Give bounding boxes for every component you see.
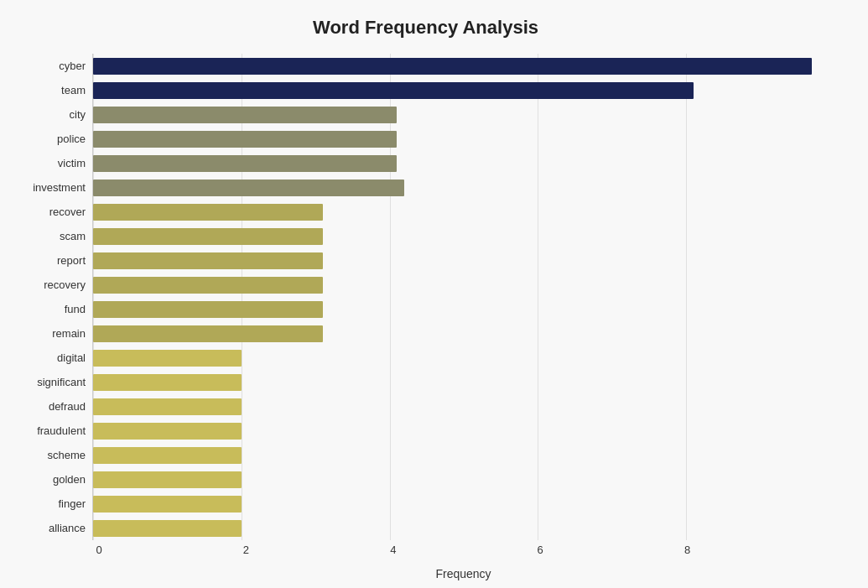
x-axis-label: Frequency (92, 567, 834, 580)
bar (93, 350, 242, 367)
bar (93, 252, 323, 269)
bar-row (93, 128, 834, 150)
y-labels: cyberteamcitypolicevictiminvestmentrecov… (17, 54, 92, 540)
y-label: scheme (47, 445, 86, 466)
bar (93, 277, 323, 294)
y-label: investment (33, 177, 86, 199)
bar (93, 520, 242, 537)
bar (93, 131, 397, 148)
bar (93, 228, 323, 245)
bar (93, 180, 404, 196)
bar-row (93, 201, 834, 223)
bar-row (93, 323, 834, 345)
bar-row (93, 226, 834, 247)
x-tick: 4 (390, 544, 396, 556)
bar-row (93, 347, 834, 369)
bar-row (93, 372, 834, 393)
y-label: cyber (59, 55, 86, 77)
y-label: remain (52, 323, 86, 345)
bar (93, 496, 242, 513)
grid-line (538, 54, 538, 540)
bar-row (93, 55, 834, 77)
bar-row (93, 153, 834, 174)
bar (93, 58, 812, 75)
chart-title: Word Frequency Analysis (17, 17, 834, 39)
bar (93, 447, 242, 464)
y-label: recovery (44, 274, 86, 296)
grid-line (686, 54, 687, 540)
y-label: city (70, 104, 86, 126)
bar-row (93, 420, 834, 442)
y-label: digital (57, 347, 86, 369)
y-label: fraudulent (37, 420, 86, 442)
x-tick: 8 (684, 544, 690, 556)
bar-row (93, 80, 834, 101)
y-label: recover (49, 201, 86, 223)
chart-container: Word Frequency Analysis cyberteamcitypol… (0, 0, 868, 588)
bar-row (93, 493, 834, 515)
y-label: scam (60, 226, 86, 247)
x-tick: 0 (96, 544, 101, 556)
grid-line (93, 54, 94, 540)
y-label: report (57, 250, 86, 272)
bar (93, 204, 323, 221)
bar (93, 301, 323, 318)
bar-row (93, 396, 834, 418)
bar (93, 325, 323, 342)
y-label: fund (65, 299, 86, 320)
grid-line (242, 54, 242, 540)
bar (93, 82, 694, 99)
bar (93, 423, 242, 440)
bar-row (93, 445, 834, 466)
bar-row (93, 274, 834, 296)
y-label: team (61, 80, 86, 101)
bar (93, 471, 242, 488)
grid-line (390, 54, 391, 540)
bar-row (93, 299, 834, 320)
bar (93, 155, 397, 172)
bar (93, 398, 242, 415)
bars-area (92, 54, 834, 540)
bar-row (93, 469, 834, 491)
bar-row (93, 177, 834, 199)
bar (93, 107, 397, 123)
y-label: golden (53, 469, 86, 491)
bar (93, 374, 242, 391)
y-label: finger (58, 493, 86, 515)
y-label: significant (37, 372, 86, 393)
y-label: alliance (49, 518, 86, 539)
bar-row (93, 518, 834, 539)
bar-row (93, 104, 834, 126)
y-label: defraud (49, 396, 86, 418)
bar-row (93, 250, 834, 272)
chart-area: cyberteamcitypolicevictiminvestmentrecov… (17, 54, 834, 540)
y-label: police (57, 128, 86, 150)
x-tick: 6 (538, 544, 543, 556)
y-label: victim (58, 153, 86, 174)
x-axis: 02468 (99, 544, 834, 560)
x-tick: 2 (243, 544, 249, 556)
